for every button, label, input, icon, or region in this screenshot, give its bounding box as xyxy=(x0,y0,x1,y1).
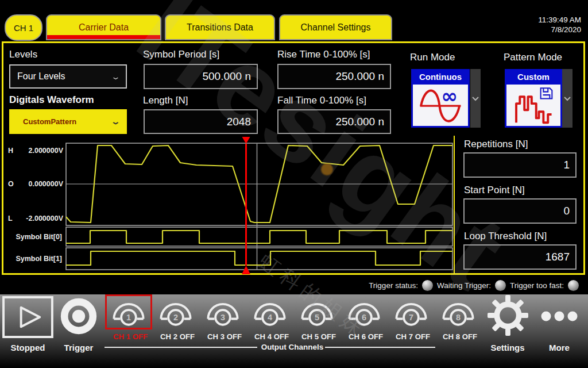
tab-carrier-data[interactable]: Carrier Data xyxy=(46,14,161,40)
level-low-label: L-2.000000V xyxy=(8,214,63,223)
channel-gauge-icon: 5 xyxy=(296,297,338,327)
chevron-down-icon: ⌄ xyxy=(111,117,121,126)
start-point-label: Start Point [N] xyxy=(464,185,525,196)
channel-button-6[interactable]: 6 CH 6 OFF xyxy=(341,294,388,329)
rise-time-field[interactable]: 250.000 n xyxy=(277,64,391,89)
svg-text:3: 3 xyxy=(220,313,225,322)
channel-button-5[interactable]: 5 CH 5 OFF xyxy=(293,294,341,329)
levels-label: Levels xyxy=(9,49,37,60)
tab-label: Channel Settings xyxy=(301,22,371,33)
channel-gauge-icon: 3 xyxy=(202,297,244,327)
loop-threshold-label: Loop Threshold [N] xyxy=(464,231,547,242)
fall-time-label: Fall Time 0-100% [s] xyxy=(277,95,366,106)
channel-button-3[interactable]: 3 CH 3 OFF xyxy=(199,294,246,329)
stopped-button[interactable] xyxy=(2,296,54,341)
waveform-plot[interactable] xyxy=(62,133,464,275)
bottom-toolbar: Stopped Trigger 1 CH 1 OFF 2 CH 2 OFF xyxy=(0,294,588,368)
clock: 11:39:49 AM 7/8/2020 xyxy=(538,15,581,34)
waiting-trigger-label: Waiting Trigger: xyxy=(437,281,491,290)
sine-wave-infinity-icon: ∞ xyxy=(413,85,468,126)
cursor[interactable] xyxy=(242,137,250,274)
trigger-button[interactable] xyxy=(57,295,100,340)
output-channels-line-right xyxy=(325,347,435,348)
settings-label: Settings xyxy=(482,343,533,352)
length-field[interactable]: 2048 xyxy=(144,109,258,134)
gear-icon xyxy=(488,295,528,336)
more-button[interactable] xyxy=(539,310,580,324)
svg-text:4: 4 xyxy=(268,313,272,322)
symbol-bit0-label: Symbol Bit[0] xyxy=(14,233,62,241)
time-text: 11:39:49 AM xyxy=(538,15,581,25)
channel-gauge-icon: 6 xyxy=(343,297,385,327)
channel-button-8[interactable]: 8 CH 8 OFF xyxy=(435,294,482,329)
channel-gauge-icon: 8 xyxy=(437,297,479,327)
tab-channel-settings[interactable]: Channel Settings xyxy=(279,14,392,40)
play-icon xyxy=(2,296,54,339)
level-high-label: H2.000000V xyxy=(8,147,63,155)
digitals-waveform-label: Digitals Waveform xyxy=(9,94,94,106)
channel-gauge-icon: 4 xyxy=(249,297,291,327)
channel-badge[interactable]: CH 1 xyxy=(5,14,42,41)
repetitions-field[interactable]: 1 xyxy=(463,152,577,178)
channel-button-2[interactable]: 2 CH 2 OFF xyxy=(152,294,199,329)
pattern-mode-expand-button[interactable] xyxy=(562,69,572,128)
fall-time-field[interactable]: 250.000 n xyxy=(277,109,391,134)
pattern-mode-value: Custom xyxy=(505,69,562,84)
trigger-status-label: Trigger status: xyxy=(369,281,418,290)
svg-text:5: 5 xyxy=(315,313,319,322)
channel-button-7[interactable]: 7 CH 7 OFF xyxy=(388,294,435,329)
stopped-label: Stopped xyxy=(2,343,54,352)
svg-text:6: 6 xyxy=(362,313,366,322)
record-ring-dot-icon xyxy=(57,295,100,338)
cursor-top-handle[interactable] xyxy=(242,137,250,144)
length-label: Length [N] xyxy=(143,95,188,106)
levels-dropdown[interactable]: Four Levels ⌄ xyxy=(9,64,127,89)
chevron-down-icon xyxy=(563,96,571,101)
active-tab-indicator xyxy=(47,35,160,39)
channel-button-4[interactable]: 4 CH 4 OFF xyxy=(246,294,293,329)
level-zero-label: O0.000000V xyxy=(8,180,63,188)
digital-pattern-floppy-icon xyxy=(506,85,560,126)
svg-text:1: 1 xyxy=(126,313,131,322)
repetitions-label: Repetitions [N] xyxy=(464,139,528,150)
run-mode-value: Continuos xyxy=(411,69,470,84)
channel-gauge-icon: 1 xyxy=(107,297,150,327)
symbol-period-label: Symbol Period [s] xyxy=(143,49,219,60)
channel-button-1[interactable]: 1 CH 1 OFF xyxy=(105,294,152,329)
run-mode-selector[interactable]: Continuos ∞ xyxy=(411,69,470,128)
rise-time-label: Rise Time 0-100% [s] xyxy=(277,49,370,60)
output-channels-label: Output Channels xyxy=(257,343,327,351)
symbol-bit1-label: Symbol Bit[1] xyxy=(14,255,62,263)
bit0-trace xyxy=(66,231,452,243)
svg-text:2: 2 xyxy=(173,313,178,322)
bit1-trace xyxy=(66,251,452,265)
symbol-period-field[interactable]: 500.000 n xyxy=(144,64,258,89)
run-mode-label: Run Mode xyxy=(410,52,455,63)
settings-button[interactable] xyxy=(488,295,528,338)
trigger-label: Trigger xyxy=(53,343,105,352)
trigger-too-fast-label: Trigger too fast: xyxy=(510,281,564,290)
waveform-traces xyxy=(66,145,452,265)
svg-text:8: 8 xyxy=(456,313,461,322)
waiting-trigger-led-icon xyxy=(495,280,506,291)
chevron-down-icon xyxy=(471,96,479,101)
channel-gauge-icon: 7 xyxy=(390,297,432,327)
output-channels-line-left xyxy=(105,347,257,348)
chevron-down-icon: ⌄ xyxy=(111,72,121,81)
trigger-status-row: Trigger status: Waiting Trigger: Trigger… xyxy=(369,278,579,292)
instrument-screen: CH 1 Carrier Data Transitions Data Chann… xyxy=(0,0,588,368)
pattern-mode-selector[interactable]: Custom xyxy=(505,69,562,128)
tab-label: Transitions Data xyxy=(187,22,253,33)
levels-value: Four Levels xyxy=(17,71,65,82)
tab-transitions-data[interactable]: Transitions Data xyxy=(165,14,275,40)
start-point-field[interactable]: 0 xyxy=(463,198,577,224)
loop-threshold-field[interactable]: 1687 xyxy=(463,244,577,270)
svg-text:7: 7 xyxy=(409,313,413,322)
digitals-waveform-dropdown[interactable]: CustomPattern ⌄ xyxy=(9,109,127,134)
digitals-waveform-value: CustomPattern xyxy=(23,117,76,126)
run-mode-expand-button[interactable] xyxy=(470,69,481,128)
tab-label: Carrier Data xyxy=(79,22,129,33)
trigger-too-fast-led-icon xyxy=(568,280,579,291)
pattern-mode-label: Pattern Mode xyxy=(504,52,562,63)
more-label: More xyxy=(533,343,585,352)
